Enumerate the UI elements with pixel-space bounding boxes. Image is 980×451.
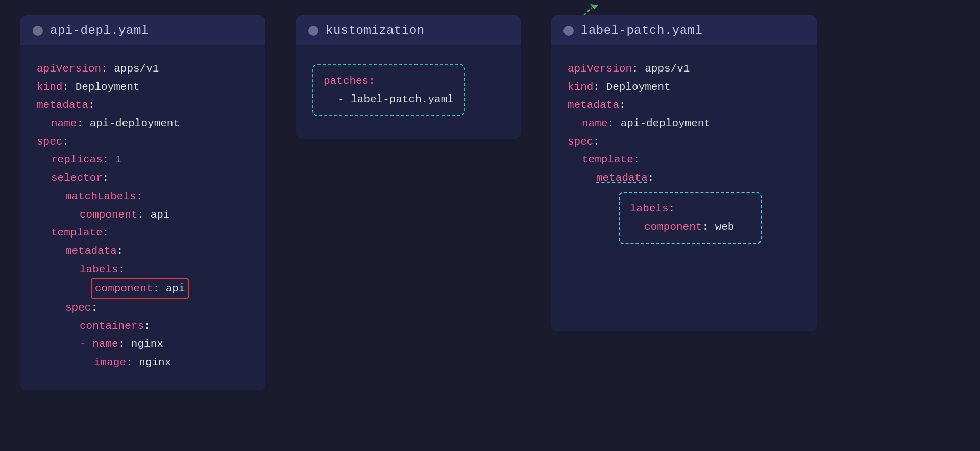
lp-dashed-cyan-box: labels: component: web — [619, 192, 762, 244]
line-component-api-highlighted: component: api — [37, 278, 249, 299]
line-image-nginx: image: nginx — [37, 353, 249, 372]
line-name-nginx: - name: nginx — [37, 335, 249, 353]
label-patch-title: label-patch.yaml — [581, 23, 702, 37]
kustomization-dot — [308, 26, 318, 36]
lp-line-name: name: api-deployment — [568, 114, 800, 133]
line-replicas: replicas: 1 — [37, 151, 249, 169]
kustomization-header: kustomization — [296, 15, 521, 45]
line-apiversion: apiVersion: apps/v1 — [37, 60, 249, 78]
line-containers: containers: — [37, 317, 249, 336]
line-spec: spec: — [37, 133, 249, 151]
api-depl-dot — [33, 26, 43, 36]
label-patch-panel: label-patch.yaml apiVersion: apps/v1 kin… — [551, 15, 817, 331]
api-depl-header: api-depl.yaml — [20, 15, 265, 45]
lp-line-spec: spec: — [568, 133, 800, 151]
lp-dashed-box-container: labels: component: web — [619, 189, 800, 244]
label-patch-dot — [564, 26, 574, 36]
line-spec-inner: spec: — [37, 299, 249, 317]
kustomization-patches-key: patches: — [324, 72, 454, 90]
lp-line-template: template: — [568, 151, 800, 169]
label-patch-header: label-patch.yaml — [551, 15, 817, 45]
kustomization-panel: kustomization patches: - label-patch.yam… — [296, 15, 521, 139]
svg-marker-0 — [590, 4, 598, 9]
line-labels: labels: — [37, 260, 249, 279]
kustomization-patches-box: patches: - label-patch.yaml — [312, 64, 465, 116]
lp-labels: labels: — [630, 200, 750, 218]
kustomization-patches-value: - label-patch.yaml — [324, 90, 454, 109]
lp-line-kind: kind: Deployment — [568, 78, 800, 97]
line-kind: kind: Deployment — [37, 78, 249, 97]
line-metadata: metadata: — [37, 96, 249, 114]
line-template-metadata: metadata: — [37, 242, 249, 260]
api-depl-panel: api-depl.yaml apiVersion: apps/v1 kind: … — [20, 15, 265, 390]
line-selector: selector: — [37, 169, 249, 187]
line-component-api-selector: component: api — [37, 206, 249, 224]
main-container: api-depl.yaml apiVersion: apps/v1 kind: … — [0, 0, 980, 451]
line-matchlabels: matchLabels: — [37, 187, 249, 206]
api-depl-body: apiVersion: apps/v1 kind: Deployment met… — [20, 45, 265, 390]
line-template: template: — [37, 224, 249, 242]
lp-line-apiversion: apiVersion: apps/v1 — [568, 60, 800, 78]
label-patch-body: apiVersion: apps/v1 kind: Deployment met… — [551, 45, 817, 331]
kustomization-title: kustomization — [326, 23, 425, 37]
lp-line-metadata-underline: metadata: — [568, 169, 800, 187]
lp-component-web: component: web — [630, 218, 750, 236]
line-name: name: api-deployment — [37, 114, 249, 133]
lp-line-metadata: metadata: — [568, 96, 800, 114]
kustomization-body: patches: - label-patch.yaml — [296, 45, 521, 139]
api-depl-title: api-depl.yaml — [50, 23, 149, 37]
